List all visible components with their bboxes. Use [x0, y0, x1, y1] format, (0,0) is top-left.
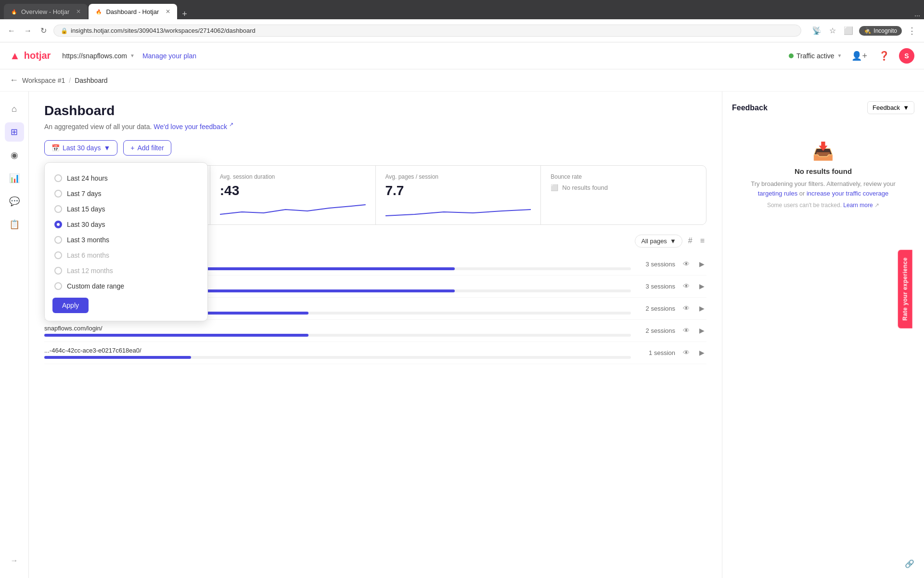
sidebar-item-recordings[interactable]: ◉: [5, 145, 24, 165]
tab-overview[interactable]: 🔥 Overview - Hotjar ✕: [4, 4, 88, 19]
all-pages-filter-button[interactable]: All pages ▼: [635, 235, 682, 248]
page-watch-button-row4[interactable]: 👁: [681, 325, 692, 336]
back-button[interactable]: ←: [6, 25, 17, 37]
feedback-no-results-desc: Try broadening your filters. Alternative…: [742, 179, 905, 198]
radio-30d: [54, 221, 62, 228]
add-filter-button[interactable]: + Add filter: [123, 140, 171, 156]
date-filter-button[interactable]: 📅 Last 30 days ▼: [44, 140, 117, 156]
all-pages-chevron-icon: ▼: [670, 237, 676, 245]
stat-card-duration: Avg. session duration :43: [210, 166, 376, 224]
traffic-chevron-icon: ▼: [837, 53, 842, 58]
feedback-link[interactable]: We'd love your feedback: [154, 123, 227, 131]
sidebar-collapse-button[interactable]: →: [5, 551, 24, 570]
breadcrumb-separator: /: [69, 77, 71, 84]
manage-plan-link[interactable]: Manage your plan: [142, 52, 196, 60]
pages-hash-icon-button[interactable]: #: [686, 235, 694, 247]
feedback-dropdown-button[interactable]: Feedback ▼: [867, 101, 914, 114]
cast-icon[interactable]: 📡: [810, 24, 823, 37]
stat-card-pages: Avg. pages / session 7.7: [376, 166, 541, 224]
add-user-button[interactable]: 👤+: [849, 49, 869, 63]
radio-12m: [54, 267, 62, 275]
address-text: insights.hotjar.com/sites/3090413/worksp…: [71, 27, 794, 34]
lock-icon: 🔒: [61, 27, 68, 34]
stat-label-pages: Avg. pages / session: [385, 173, 531, 180]
breadcrumb-current: Dashboard: [75, 77, 108, 84]
dropdown-option-15d[interactable]: Last 15 days: [52, 201, 200, 217]
new-tab-button[interactable]: +: [178, 9, 191, 19]
panel-link-icon-area: 🔗: [903, 557, 916, 570]
page-play-button-row5[interactable]: ▶: [697, 347, 706, 358]
page-watch-button-row3[interactable]: 👁: [681, 302, 692, 314]
page-play-button-row3[interactable]: ▶: [697, 302, 706, 314]
page-bar-container-row5: [44, 356, 631, 359]
sidebar-item-dashboard[interactable]: ⊞: [5, 122, 24, 142]
stat-label-bounce: Bounce rate: [551, 173, 696, 180]
radio-15d: [54, 205, 62, 213]
refresh-button[interactable]: ↻: [38, 24, 49, 37]
address-box[interactable]: 🔒 insights.hotjar.com/sites/3090413/work…: [53, 25, 801, 37]
dropdown-option-30d[interactable]: Last 30 days: [52, 217, 200, 232]
page-watch-button-row5[interactable]: 👁: [681, 347, 692, 358]
increase-traffic-link[interactable]: increase your traffic coverage: [807, 190, 888, 197]
close-tab-2[interactable]: ✕: [166, 8, 170, 15]
radio-3m: [54, 236, 62, 244]
page-play-button-row2[interactable]: ▶: [697, 280, 706, 292]
page-bar-container-row4: [44, 334, 631, 337]
tab-favicon-2: 🔥: [95, 8, 102, 15]
browser-header-icons: 📡 ☆ ⬜ 🕵 Incognito ⋮: [810, 24, 918, 38]
sidebar-bottom: →: [5, 551, 24, 570]
sidebar-item-home[interactable]: ⌂: [5, 99, 24, 118]
sidebar-item-surveys[interactable]: 📋: [5, 215, 24, 234]
panel-link-icon-button[interactable]: 🔗: [903, 557, 916, 570]
stat-label-duration: Avg. session duration: [220, 173, 366, 180]
tab-label-1: Overview - Hotjar: [21, 8, 69, 15]
breadcrumb-back-button[interactable]: ←: [10, 75, 18, 85]
page-watch-button-row2[interactable]: 👁: [681, 280, 692, 292]
radio-6m: [54, 251, 62, 259]
bookmark-icon[interactable]: ☆: [827, 24, 838, 37]
dropdown-option-7d[interactable]: Last 7 days: [52, 186, 200, 201]
traffic-active-indicator[interactable]: Traffic active ▼: [789, 52, 842, 60]
hotjar-logo-icon: ▲: [10, 50, 20, 62]
tab-label-2: Dashboard - Hotjar: [106, 8, 159, 15]
page-row: snapflows.com/login/2 sessions👁▶: [44, 320, 706, 342]
site-url-section[interactable]: https://snapflows.com ▼: [62, 52, 135, 60]
dropdown-option-24h[interactable]: Last 24 hours: [52, 171, 200, 186]
add-filter-label: Add filter: [137, 144, 164, 152]
sidebar-item-heatmaps[interactable]: 📊: [5, 169, 24, 188]
panel-title: Feedback: [732, 104, 768, 112]
radio-custom: [54, 282, 62, 290]
pages-list-icon-button[interactable]: ≡: [698, 235, 706, 247]
bounce-no-results: ⬜ No results found: [551, 184, 696, 191]
breadcrumb-bar: ← Workspace #1 / Dashboard: [0, 69, 924, 92]
tab-expand[interactable]: ⋯: [914, 13, 920, 19]
page-subtitle-text: An aggregated view of all your data.: [44, 123, 152, 131]
browser-window: 🔥 Overview - Hotjar ✕ 🔥 Dashboard - Hotj…: [0, 0, 924, 578]
breadcrumb-workspace[interactable]: Workspace #1: [22, 77, 65, 84]
feedback-note-text: Some users can't be tracked.: [767, 202, 842, 209]
help-button[interactable]: ❓: [877, 49, 891, 63]
dropdown-apply-button[interactable]: Apply: [52, 298, 89, 313]
page-play-button-row4[interactable]: ▶: [697, 325, 706, 336]
screenshot-icon[interactable]: ⬜: [842, 24, 855, 37]
rate-experience-tab[interactable]: Rate your experience: [898, 250, 912, 328]
user-avatar[interactable]: S: [899, 48, 914, 64]
learn-more-link[interactable]: Learn more: [843, 202, 873, 209]
targeting-rules-link[interactable]: targeting rules: [758, 190, 797, 197]
page-title: Dashboard: [44, 103, 706, 118]
sidebar-item-feedback[interactable]: 💬: [5, 192, 24, 211]
page-play-button-row1[interactable]: ▶: [697, 258, 706, 270]
close-tab-1[interactable]: ✕: [76, 8, 81, 15]
date-dropdown: Last 24 hoursLast 7 daysLast 15 daysLast…: [44, 162, 208, 321]
tab-dashboard[interactable]: 🔥 Dashboard - Hotjar ✕: [89, 4, 177, 19]
forward-button[interactable]: →: [22, 25, 34, 37]
dropdown-option-3m[interactable]: Last 3 months: [52, 232, 200, 248]
hotjar-logo: ▲ hotjar: [10, 50, 51, 62]
page-watch-button-row1[interactable]: 👁: [681, 258, 692, 270]
incognito-badge: 🕵 Incognito: [859, 26, 902, 36]
dropdown-option-label-3m: Last 3 months: [67, 236, 109, 244]
browser-more-button[interactable]: ⋮: [906, 24, 918, 38]
dropdown-option-custom[interactable]: Custom date range: [52, 278, 200, 294]
traffic-dot: [789, 53, 794, 58]
page-url-row4: snapflows.com/login/: [44, 325, 631, 332]
